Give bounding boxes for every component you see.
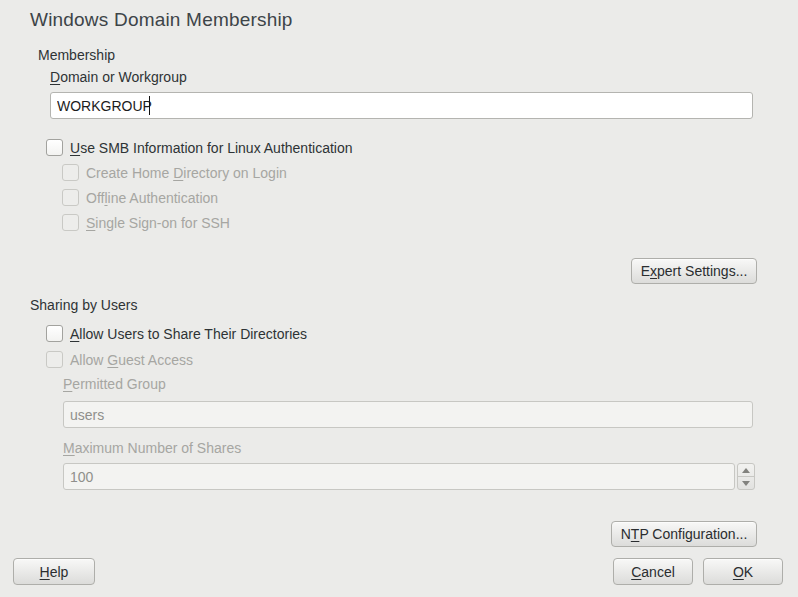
checkbox-unchecked-icon bbox=[62, 214, 79, 231]
ntp-configuration-button[interactable]: NTP Configuration... bbox=[611, 521, 757, 547]
smb-auth-checkbox[interactable]: Use SMB Information for Linux Authentica… bbox=[46, 139, 353, 156]
expert-settings-button[interactable]: Expert Settings... bbox=[631, 258, 757, 284]
windows-domain-membership-dialog: Windows Domain Membership Membership Dom… bbox=[0, 0, 798, 597]
spinner-down-button bbox=[738, 477, 754, 489]
checkbox-unchecked-icon bbox=[62, 189, 79, 206]
sharing-section-label: Sharing by Users bbox=[30, 297, 137, 313]
text-cursor bbox=[149, 96, 150, 115]
offline-authentication-label: Offline Authentication bbox=[86, 190, 218, 206]
membership-section-label: Membership bbox=[38, 47, 115, 63]
checkbox-unchecked-icon bbox=[46, 351, 63, 368]
smb-auth-label: Use SMB Information for Linux Authentica… bbox=[70, 140, 353, 156]
permitted-group-field bbox=[63, 401, 753, 428]
help-button[interactable]: Help bbox=[13, 558, 95, 585]
allow-guest-access-checkbox: Allow Guest Access bbox=[46, 351, 193, 368]
page-title: Windows Domain Membership bbox=[30, 9, 293, 31]
allow-users-share-label: Allow Users to Share Their Directories bbox=[70, 326, 307, 342]
permitted-group-input bbox=[63, 401, 753, 428]
max-shares-spinner bbox=[737, 463, 755, 490]
max-shares-input bbox=[63, 463, 735, 490]
offline-authentication-checkbox: Offline Authentication bbox=[62, 189, 218, 206]
cancel-button[interactable]: Cancel bbox=[613, 558, 693, 585]
domain-workgroup-field bbox=[50, 92, 753, 119]
allow-users-share-checkbox[interactable]: Allow Users to Share Their Directories bbox=[46, 325, 307, 342]
spinner-up-button bbox=[738, 464, 754, 477]
permitted-group-label: Permitted Group bbox=[63, 376, 166, 392]
max-shares-label: Maximum Number of Shares bbox=[63, 440, 241, 456]
create-home-directory-label: Create Home Directory on Login bbox=[86, 165, 287, 181]
single-sign-on-label: Single Sign-on for SSH bbox=[86, 215, 230, 231]
ok-button[interactable]: OK bbox=[703, 558, 783, 585]
checkbox-unchecked-icon bbox=[46, 139, 63, 156]
create-home-directory-checkbox: Create Home Directory on Login bbox=[62, 164, 287, 181]
domain-workgroup-label: Domain or Workgroup bbox=[50, 69, 187, 85]
arrow-down-icon bbox=[742, 481, 750, 486]
checkbox-unchecked-icon bbox=[62, 164, 79, 181]
arrow-up-icon bbox=[742, 468, 750, 473]
checkbox-unchecked-icon bbox=[46, 325, 63, 342]
domain-workgroup-input[interactable] bbox=[50, 92, 753, 119]
max-shares-field bbox=[63, 463, 735, 490]
single-sign-on-checkbox: Single Sign-on for SSH bbox=[62, 214, 230, 231]
allow-guest-access-label: Allow Guest Access bbox=[70, 352, 193, 368]
